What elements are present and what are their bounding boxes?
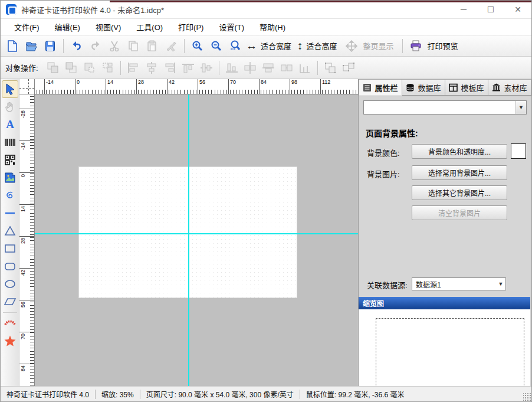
h-ruler-mark: 70 xyxy=(228,79,236,94)
right-panel: 属性栏 数据库 模板库 素材库 ▼ xyxy=(358,79,531,387)
group-icon xyxy=(322,60,339,76)
vertical-guide-line xyxy=(188,94,189,387)
triangle-tool[interactable] xyxy=(2,222,18,240)
title-bar: 神奇证卡证书打印软件 4.0 - 未命名1.idcp* ─ ☐ ✕ xyxy=(1,1,531,18)
menu-file[interactable]: 文件(F) xyxy=(6,19,47,35)
object-selector-value xyxy=(364,101,515,114)
object-selector-combobox[interactable]: ▼ xyxy=(363,100,527,115)
resize-grip[interactable] xyxy=(523,393,531,401)
status-bar: 神奇证卡证书打印软件 4.0 缩放: 35% 页面尺寸: 90.0 毫米 x 5… xyxy=(1,386,531,401)
status-page-size: 页面尺寸: 90.0 毫米 x 54.0 毫米, 300 像素/英寸 xyxy=(140,389,300,399)
undo-icon[interactable] xyxy=(68,38,85,54)
tab-database[interactable]: 数据库 xyxy=(402,79,445,96)
redo-icon xyxy=(87,38,104,54)
distribute-icon xyxy=(297,60,313,76)
bg-color-swatch[interactable] xyxy=(511,143,526,159)
stamp-seal-tool[interactable] xyxy=(2,315,18,332)
minimize-button[interactable]: ─ xyxy=(450,1,477,18)
v-ruler-mark: 14 xyxy=(20,206,26,212)
menu-edit[interactable]: 编辑(E) xyxy=(47,19,88,35)
tab-materials[interactable]: 素材库 xyxy=(488,79,531,96)
v-ruler-mark: 28 xyxy=(20,238,26,244)
menu-help[interactable]: 帮助(H) xyxy=(252,19,293,35)
text-tool[interactable]: A xyxy=(2,116,18,133)
print-preview-label[interactable]: 打印预览 xyxy=(428,40,458,51)
design-canvas[interactable] xyxy=(35,94,359,387)
barcode-tool[interactable] xyxy=(2,133,18,151)
open-file-icon[interactable] xyxy=(23,38,40,54)
h-ruler-mark: 28 xyxy=(136,79,144,94)
menu-tools[interactable]: 工具(O) xyxy=(129,19,170,35)
qrcode-tool[interactable] xyxy=(2,151,18,169)
tab-properties[interactable]: 属性栏 xyxy=(359,79,402,96)
copy-icon xyxy=(125,38,142,54)
v-ruler-mark: -28 xyxy=(20,110,26,118)
app-icon xyxy=(6,4,17,15)
v-ruler-mark: 0 xyxy=(20,174,26,177)
h-ruler-mark: 14 xyxy=(106,79,113,94)
send-to-back-icon xyxy=(63,60,80,76)
rectangle-tool[interactable] xyxy=(2,240,18,257)
svg-text:A: A xyxy=(6,118,14,130)
bring-to-front-icon xyxy=(45,60,61,76)
horizontal-guide-line xyxy=(35,233,359,234)
chevron-down-icon[interactable]: ▼ xyxy=(515,101,526,114)
print-preview-icon[interactable] xyxy=(408,38,424,54)
fit-height-icon[interactable]: ↕ xyxy=(297,40,303,51)
template-icon xyxy=(449,83,458,92)
tab-materials-label: 素材库 xyxy=(504,82,527,93)
fit-width-label[interactable]: 适合宽度 xyxy=(261,40,291,51)
select-other-bg-button[interactable]: 选择其它背景图片... xyxy=(412,185,507,200)
menu-print[interactable]: 打印(P) xyxy=(170,19,211,35)
bg-color-button[interactable]: 背景颜色和透明度... xyxy=(412,144,507,159)
object-toolbar: 对象操作: xyxy=(1,57,531,79)
image-tool[interactable] xyxy=(2,169,18,187)
datasource-label: 关联数据源: xyxy=(367,279,408,290)
tool-palette: A xyxy=(1,79,19,387)
menu-settings[interactable]: 设置(T) xyxy=(211,19,252,35)
maximize-button[interactable]: ☐ xyxy=(477,1,504,18)
status-mouse-position: 鼠标位置: 99.2 毫米, -36.6 毫米 xyxy=(300,389,411,399)
freehand-curve-tool[interactable] xyxy=(2,187,18,204)
rounded-rectangle-tool[interactable] xyxy=(2,257,18,275)
parallelogram-tool[interactable] xyxy=(2,293,18,311)
h-ruler-mark: -14 xyxy=(44,79,54,94)
h-ruler-mark: 42 xyxy=(167,79,175,94)
ellipse-tool[interactable] xyxy=(2,275,18,293)
fit-width-icon[interactable]: ↔ xyxy=(246,40,257,51)
select-tool[interactable] xyxy=(2,80,18,98)
line-tool[interactable] xyxy=(2,204,18,222)
thumbnail-header: 缩览图 xyxy=(359,297,530,309)
thumbnail-preview xyxy=(376,318,524,397)
star-tool[interactable] xyxy=(2,332,18,350)
zoom-custom-icon[interactable] xyxy=(227,38,244,54)
h-ruler-mark: 0 xyxy=(75,79,80,94)
zoom-in-icon[interactable] xyxy=(189,38,206,54)
new-file-icon[interactable] xyxy=(4,38,21,54)
tab-templates-label: 模板库 xyxy=(461,82,484,93)
status-zoom: 缩放: 35% xyxy=(96,389,140,399)
fit-page-icon xyxy=(343,38,360,54)
save-icon[interactable] xyxy=(42,38,58,54)
select-common-bg-button[interactable]: 选择常用背景图片... xyxy=(412,165,507,180)
datasource-combobox[interactable]: 数据源1 ▼ xyxy=(412,277,506,290)
bg-image-label: 背景图片: xyxy=(367,168,400,179)
pan-tool xyxy=(2,98,18,116)
ruler-origin-box xyxy=(19,79,35,94)
paste-icon xyxy=(144,38,160,54)
v-ruler-mark: 56 xyxy=(20,302,26,308)
menu-view[interactable]: 视图(V) xyxy=(88,19,129,35)
properties-icon xyxy=(363,83,372,92)
bring-forward-icon xyxy=(81,60,98,76)
chevron-down-icon[interactable]: ▼ xyxy=(496,278,505,290)
h-ruler-mark: 56 xyxy=(198,79,205,94)
fit-height-label[interactable]: 适合高度 xyxy=(307,40,337,51)
tab-templates[interactable]: 模板库 xyxy=(445,79,488,96)
close-button[interactable]: ✕ xyxy=(504,1,531,18)
tab-database-label: 数据库 xyxy=(418,82,441,93)
align-bottom-icon xyxy=(224,60,240,76)
zoom-out-icon[interactable] xyxy=(208,38,225,54)
align-top-icon xyxy=(180,60,196,76)
h-ruler-mark: 98 xyxy=(290,79,297,94)
same-width-icon xyxy=(242,60,258,76)
